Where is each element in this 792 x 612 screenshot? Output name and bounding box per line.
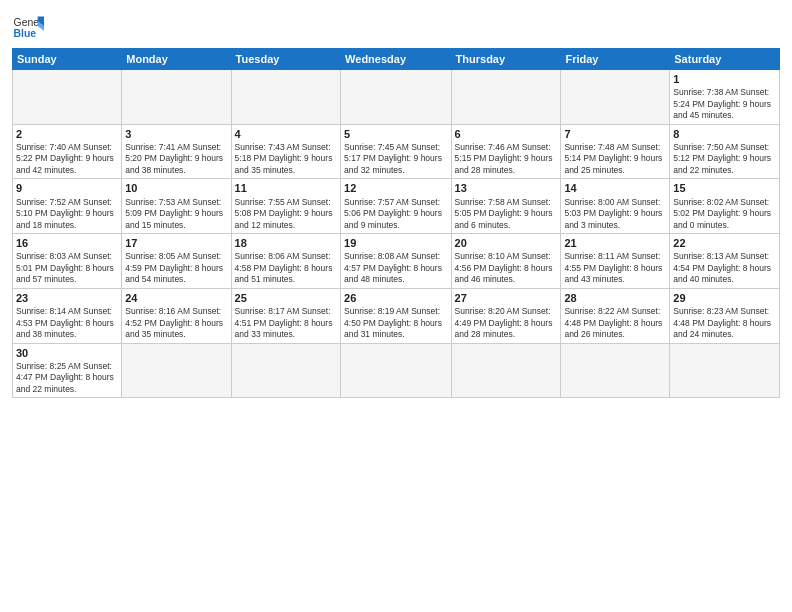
calendar-week-6: 30Sunrise: 8:25 AM Sunset: 4:47 PM Dayli…	[13, 343, 780, 398]
calendar-cell: 17Sunrise: 8:05 AM Sunset: 4:59 PM Dayli…	[122, 234, 231, 289]
day-number: 15	[673, 181, 776, 195]
day-info: Sunrise: 8:08 AM Sunset: 4:57 PM Dayligh…	[344, 251, 447, 285]
calendar-cell	[341, 343, 451, 398]
day-number: 7	[564, 127, 666, 141]
day-number: 4	[235, 127, 337, 141]
day-info: Sunrise: 7:40 AM Sunset: 5:22 PM Dayligh…	[16, 142, 118, 176]
day-number: 10	[125, 181, 227, 195]
calendar-cell: 1Sunrise: 7:38 AM Sunset: 5:24 PM Daylig…	[670, 70, 780, 125]
calendar-cell: 20Sunrise: 8:10 AM Sunset: 4:56 PM Dayli…	[451, 234, 561, 289]
day-info: Sunrise: 8:23 AM Sunset: 4:48 PM Dayligh…	[673, 306, 776, 340]
calendar-cell: 6Sunrise: 7:46 AM Sunset: 5:15 PM Daylig…	[451, 124, 561, 179]
weekday-header-wednesday: Wednesday	[341, 49, 451, 70]
day-number: 27	[455, 291, 558, 305]
day-info: Sunrise: 7:58 AM Sunset: 5:05 PM Dayligh…	[455, 197, 558, 231]
day-info: Sunrise: 7:38 AM Sunset: 5:24 PM Dayligh…	[673, 87, 776, 121]
calendar-cell: 25Sunrise: 8:17 AM Sunset: 4:51 PM Dayli…	[231, 288, 340, 343]
day-number: 22	[673, 236, 776, 250]
day-info: Sunrise: 8:00 AM Sunset: 5:03 PM Dayligh…	[564, 197, 666, 231]
day-number: 12	[344, 181, 447, 195]
calendar-cell: 16Sunrise: 8:03 AM Sunset: 5:01 PM Dayli…	[13, 234, 122, 289]
calendar-week-3: 9Sunrise: 7:52 AM Sunset: 5:10 PM Daylig…	[13, 179, 780, 234]
day-number: 20	[455, 236, 558, 250]
weekday-header-row: SundayMondayTuesdayWednesdayThursdayFrid…	[13, 49, 780, 70]
day-info: Sunrise: 8:14 AM Sunset: 4:53 PM Dayligh…	[16, 306, 118, 340]
weekday-header-sunday: Sunday	[13, 49, 122, 70]
calendar-cell	[341, 70, 451, 125]
day-info: Sunrise: 8:05 AM Sunset: 4:59 PM Dayligh…	[125, 251, 227, 285]
day-number: 24	[125, 291, 227, 305]
day-number: 14	[564, 181, 666, 195]
calendar-cell: 8Sunrise: 7:50 AM Sunset: 5:12 PM Daylig…	[670, 124, 780, 179]
calendar-cell: 23Sunrise: 8:14 AM Sunset: 4:53 PM Dayli…	[13, 288, 122, 343]
day-info: Sunrise: 7:45 AM Sunset: 5:17 PM Dayligh…	[344, 142, 447, 176]
day-number: 30	[16, 346, 118, 360]
calendar-cell: 26Sunrise: 8:19 AM Sunset: 4:50 PM Dayli…	[341, 288, 451, 343]
logo-icon: General Blue	[12, 10, 44, 42]
calendar-week-5: 23Sunrise: 8:14 AM Sunset: 4:53 PM Dayli…	[13, 288, 780, 343]
day-info: Sunrise: 8:17 AM Sunset: 4:51 PM Dayligh…	[235, 306, 337, 340]
day-number: 21	[564, 236, 666, 250]
calendar-cell	[122, 70, 231, 125]
day-info: Sunrise: 8:13 AM Sunset: 4:54 PM Dayligh…	[673, 251, 776, 285]
weekday-header-friday: Friday	[561, 49, 670, 70]
day-number: 13	[455, 181, 558, 195]
day-number: 5	[344, 127, 447, 141]
calendar-cell: 10Sunrise: 7:53 AM Sunset: 5:09 PM Dayli…	[122, 179, 231, 234]
day-number: 3	[125, 127, 227, 141]
calendar-cell	[122, 343, 231, 398]
day-number: 2	[16, 127, 118, 141]
calendar-cell: 21Sunrise: 8:11 AM Sunset: 4:55 PM Dayli…	[561, 234, 670, 289]
calendar-cell	[13, 70, 122, 125]
calendar-week-2: 2Sunrise: 7:40 AM Sunset: 5:22 PM Daylig…	[13, 124, 780, 179]
calendar-cell: 5Sunrise: 7:45 AM Sunset: 5:17 PM Daylig…	[341, 124, 451, 179]
calendar-cell: 15Sunrise: 8:02 AM Sunset: 5:02 PM Dayli…	[670, 179, 780, 234]
calendar-cell	[561, 70, 670, 125]
day-info: Sunrise: 7:50 AM Sunset: 5:12 PM Dayligh…	[673, 142, 776, 176]
day-info: Sunrise: 8:19 AM Sunset: 4:50 PM Dayligh…	[344, 306, 447, 340]
weekday-header-thursday: Thursday	[451, 49, 561, 70]
day-number: 11	[235, 181, 337, 195]
day-info: Sunrise: 7:53 AM Sunset: 5:09 PM Dayligh…	[125, 197, 227, 231]
day-info: Sunrise: 7:57 AM Sunset: 5:06 PM Dayligh…	[344, 197, 447, 231]
day-info: Sunrise: 8:02 AM Sunset: 5:02 PM Dayligh…	[673, 197, 776, 231]
day-number: 16	[16, 236, 118, 250]
day-number: 9	[16, 181, 118, 195]
calendar-cell: 3Sunrise: 7:41 AM Sunset: 5:20 PM Daylig…	[122, 124, 231, 179]
day-info: Sunrise: 8:06 AM Sunset: 4:58 PM Dayligh…	[235, 251, 337, 285]
calendar-week-1: 1Sunrise: 7:38 AM Sunset: 5:24 PM Daylig…	[13, 70, 780, 125]
day-number: 19	[344, 236, 447, 250]
svg-text:Blue: Blue	[14, 28, 37, 39]
day-number: 25	[235, 291, 337, 305]
day-info: Sunrise: 8:20 AM Sunset: 4:49 PM Dayligh…	[455, 306, 558, 340]
page: General Blue SundayMondayTuesdayWednesda…	[0, 0, 792, 612]
calendar-cell: 11Sunrise: 7:55 AM Sunset: 5:08 PM Dayli…	[231, 179, 340, 234]
day-number: 1	[673, 72, 776, 86]
calendar-cell	[231, 70, 340, 125]
day-info: Sunrise: 8:03 AM Sunset: 5:01 PM Dayligh…	[16, 251, 118, 285]
day-info: Sunrise: 8:10 AM Sunset: 4:56 PM Dayligh…	[455, 251, 558, 285]
calendar-cell	[451, 70, 561, 125]
calendar-cell: 27Sunrise: 8:20 AM Sunset: 4:49 PM Dayli…	[451, 288, 561, 343]
header: General Blue	[12, 10, 780, 42]
calendar-cell	[561, 343, 670, 398]
calendar-cell	[670, 343, 780, 398]
calendar-cell: 22Sunrise: 8:13 AM Sunset: 4:54 PM Dayli…	[670, 234, 780, 289]
day-number: 26	[344, 291, 447, 305]
calendar-cell: 18Sunrise: 8:06 AM Sunset: 4:58 PM Dayli…	[231, 234, 340, 289]
day-info: Sunrise: 7:52 AM Sunset: 5:10 PM Dayligh…	[16, 197, 118, 231]
calendar-cell: 14Sunrise: 8:00 AM Sunset: 5:03 PM Dayli…	[561, 179, 670, 234]
day-number: 17	[125, 236, 227, 250]
day-info: Sunrise: 8:22 AM Sunset: 4:48 PM Dayligh…	[564, 306, 666, 340]
day-info: Sunrise: 7:43 AM Sunset: 5:18 PM Dayligh…	[235, 142, 337, 176]
day-number: 29	[673, 291, 776, 305]
day-info: Sunrise: 8:25 AM Sunset: 4:47 PM Dayligh…	[16, 361, 118, 395]
calendar-cell: 28Sunrise: 8:22 AM Sunset: 4:48 PM Dayli…	[561, 288, 670, 343]
calendar-cell: 12Sunrise: 7:57 AM Sunset: 5:06 PM Dayli…	[341, 179, 451, 234]
calendar-cell	[231, 343, 340, 398]
calendar-cell: 24Sunrise: 8:16 AM Sunset: 4:52 PM Dayli…	[122, 288, 231, 343]
calendar-cell	[451, 343, 561, 398]
calendar-cell: 13Sunrise: 7:58 AM Sunset: 5:05 PM Dayli…	[451, 179, 561, 234]
weekday-header-saturday: Saturday	[670, 49, 780, 70]
day-info: Sunrise: 7:48 AM Sunset: 5:14 PM Dayligh…	[564, 142, 666, 176]
